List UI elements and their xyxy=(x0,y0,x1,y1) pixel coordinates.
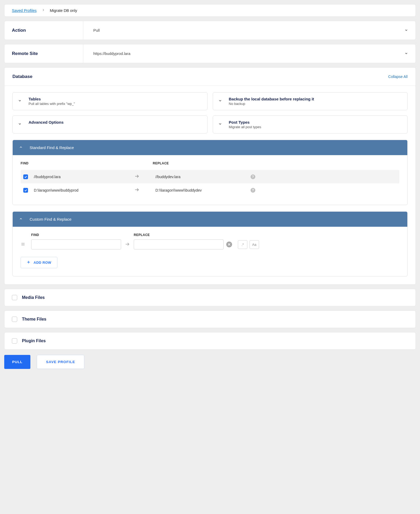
replace-value: D:\\laragon\\www\\buddydev xyxy=(155,188,251,192)
remote-site-row[interactable]: Remote Site https://buddyprod.lara xyxy=(4,44,416,63)
media-files-row[interactable]: Media Files xyxy=(4,289,416,306)
replace-column-header: REPLACE xyxy=(153,161,248,165)
breadcrumb-saved-profiles-link[interactable]: Saved Profiles xyxy=(12,8,37,13)
tables-panel[interactable]: Tables Pull all tables with prefix "wp_" xyxy=(12,92,207,110)
remote-site-value: https://buddyprod.lara xyxy=(83,52,130,56)
action-row[interactable]: Action Pull xyxy=(4,21,416,40)
footer-actions: PULL SAVE PROFILE xyxy=(4,355,416,369)
custom-replace-header: REPLACE xyxy=(134,233,224,237)
breadcrumb: Saved Profiles Migrate DB only xyxy=(4,4,416,17)
backup-title: Backup the local database before replaci… xyxy=(229,97,314,101)
action-label: Action xyxy=(12,21,83,40)
plugin-files-checkbox[interactable] xyxy=(12,338,17,344)
arrow-right-icon xyxy=(121,242,134,248)
add-row-button[interactable]: ADD ROW xyxy=(21,257,57,268)
row-checkbox[interactable] xyxy=(23,174,28,179)
case-toggle[interactable]: Aa xyxy=(250,240,259,249)
database-header: Database Collapse All xyxy=(4,68,416,86)
chevron-down-icon xyxy=(218,120,222,127)
database-title: Database xyxy=(12,74,33,79)
custom-replace-input[interactable] xyxy=(134,239,224,249)
custom-fr-row: ✕ .* Aa xyxy=(21,239,399,249)
custom-find-replace-panel: Custom Find & Replace FIND REPLACE xyxy=(12,211,408,276)
chevron-up-icon xyxy=(19,217,23,221)
custom-find-header: FIND xyxy=(31,233,121,237)
remote-site-label: Remote Site xyxy=(12,44,83,63)
chevron-down-icon xyxy=(218,97,222,103)
custom-fr-header[interactable]: Custom Find & Replace xyxy=(13,212,407,227)
plugin-files-label: Plugin Files xyxy=(22,339,46,343)
advanced-title: Advanced Options xyxy=(29,120,64,124)
row-checkbox[interactable] xyxy=(23,188,28,193)
backup-panel[interactable]: Backup the local database before replaci… xyxy=(213,92,408,110)
find-column-header: FIND xyxy=(21,161,132,165)
tables-title: Tables xyxy=(29,97,75,101)
backup-subtitle: No backup xyxy=(229,102,314,106)
advanced-options-panel[interactable]: Advanced Options xyxy=(12,115,207,133)
chevron-down-icon xyxy=(404,52,408,56)
standard-find-replace-panel: Standard Find & Replace FIND REPLACE //b… xyxy=(12,140,408,205)
custom-find-input[interactable] xyxy=(31,239,121,249)
collapse-all-link[interactable]: Collapse All xyxy=(388,75,408,79)
theme-files-label: Theme Files xyxy=(22,317,46,322)
regex-toggle[interactable]: .* xyxy=(238,240,247,249)
arrow-right-icon xyxy=(134,174,155,180)
plugin-files-row[interactable]: Plugin Files xyxy=(4,332,416,350)
chevron-up-icon xyxy=(19,145,23,150)
standard-fr-row: //buddyprod.lara //buddydev.lara ? xyxy=(21,170,399,183)
standard-fr-row: D:\laragon\www\buddyprod D:\\laragon\\ww… xyxy=(21,183,399,197)
chevron-right-icon xyxy=(41,8,45,13)
clear-row-icon[interactable]: ✕ xyxy=(226,242,232,247)
custom-fr-title: Custom Find & Replace xyxy=(30,217,71,221)
arrow-right-icon xyxy=(134,187,155,193)
breadcrumb-current: Migrate DB only xyxy=(50,8,77,13)
standard-fr-header[interactable]: Standard Find & Replace xyxy=(13,140,407,155)
find-value: D:\laragon\www\buddyprod xyxy=(34,188,134,192)
post-types-panel[interactable]: Post Types Migrate all post types xyxy=(213,115,408,133)
add-row-label: ADD ROW xyxy=(34,261,51,265)
database-section: Database Collapse All Tables Pull all ta… xyxy=(4,67,416,285)
chevron-down-icon xyxy=(18,97,22,103)
theme-files-row[interactable]: Theme Files xyxy=(4,311,416,328)
action-value: Pull xyxy=(83,28,100,33)
plus-icon xyxy=(27,260,30,265)
save-profile-button[interactable]: SAVE PROFILE xyxy=(37,355,84,369)
post-types-subtitle: Migrate all post types xyxy=(229,125,261,129)
drag-handle-icon[interactable] xyxy=(21,242,31,247)
theme-files-checkbox[interactable] xyxy=(12,317,17,322)
pull-button[interactable]: PULL xyxy=(4,355,30,369)
chevron-down-icon xyxy=(18,120,22,127)
tables-subtitle: Pull all tables with prefix "wp_" xyxy=(29,102,75,106)
help-icon[interactable]: ? xyxy=(251,188,255,193)
help-icon[interactable]: ? xyxy=(251,174,255,179)
standard-fr-title: Standard Find & Replace xyxy=(30,145,74,150)
post-types-title: Post Types xyxy=(229,120,261,124)
chevron-down-icon xyxy=(404,28,408,33)
replace-value: //buddydev.lara xyxy=(155,175,251,179)
media-files-checkbox[interactable] xyxy=(12,295,17,300)
media-files-label: Media Files xyxy=(22,295,45,300)
find-value: //buddyprod.lara xyxy=(34,175,134,179)
